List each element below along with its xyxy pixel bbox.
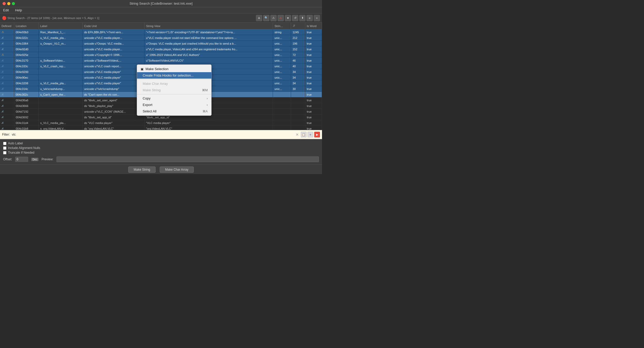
cell-location: 004c31b8: [14, 126, 39, 130]
context-menu-item-6[interactable]: Select All⌘A: [137, 108, 211, 114]
cell-location: 004c3364: [14, 41, 39, 46]
table-row[interactable]: ⚠004e93b3Rsrc_Manifest_1_...ds EFh,BBh,B…: [0, 29, 322, 35]
filter-icon-1[interactable]: 📋: [301, 132, 307, 137]
table-row[interactable]: 𝐴004c3364u_Ooops:_VLC_m...unicode u"Ooop…: [0, 41, 322, 46]
maximize-button[interactable]: [12, 2, 15, 5]
cell-strin: unic...: [273, 63, 291, 69]
col-label[interactable]: Label: [39, 23, 83, 29]
col-codeunit[interactable]: Code Unit: [83, 23, 144, 29]
truncate-text: Truncate If Needed: [8, 151, 34, 154]
cell-codeunit: ds EFh,BBh,BFh,"<?xml vers...: [83, 29, 144, 35]
minimize-button[interactable]: [7, 2, 10, 5]
cell-stringview: u"VLC media player, VideoLAN and x264 ar…: [144, 46, 273, 52]
cell-defined: 𝐴: [0, 35, 14, 40]
alignment-nulls-row[interactable]: Include Alignment Nulls: [3, 146, 319, 150]
truncate-checkbox[interactable]: [3, 151, 6, 154]
cell-defined: 𝐴: [0, 126, 14, 130]
menu-help[interactable]: Help: [14, 8, 23, 13]
cell-isword: true: [305, 52, 322, 57]
ctx-divider: [137, 79, 211, 80]
toolbar-info: String Search - 27 items (of 1099) - [vl…: [7, 16, 255, 20]
cell-isword: true: [305, 109, 322, 114]
cell-codeunit: ds "org.VideoLAN.VLC": [83, 126, 144, 130]
context-menu-item-5[interactable]: Export›: [137, 102, 211, 108]
cell-codeunit: unicode u"VLC media player...: [83, 35, 144, 40]
cell-defined: 𝐴: [0, 46, 14, 52]
cell-label: u_Ooops:_VLC_m...: [39, 41, 83, 46]
cell-label: [39, 97, 83, 103]
make-string-button[interactable]: Make String: [128, 167, 156, 173]
preview-label: Preview:: [42, 158, 53, 161]
cell-len: [291, 120, 305, 126]
filter-clear-btn[interactable]: ✕: [296, 132, 299, 137]
ctx-divider: [137, 94, 211, 94]
cell-strin: [273, 109, 291, 114]
ctx-label-4: Copy: [143, 96, 207, 100]
col-location[interactable]: Location: [14, 23, 39, 29]
col-isword[interactable]: Is Word: [305, 23, 322, 29]
window-controls: [3, 2, 15, 5]
export-btn[interactable]: ⬆: [299, 15, 305, 21]
filter-icon-3[interactable]: ▶: [314, 132, 320, 137]
search-icon-btn[interactable]: A: [256, 15, 262, 21]
context-menu: ▣Make SelectionCreate Frida Hooks for se…: [137, 64, 212, 116]
cell-strin: unic...: [273, 75, 291, 80]
table-row[interactable]: 𝐴004e92d0unicode u"VLC media player...u"…: [0, 46, 322, 52]
cell-strin: [273, 97, 291, 103]
close-button[interactable]: [3, 2, 6, 5]
bottom-options: Auto Label Include Alignment Nulls Trunc…: [0, 139, 322, 164]
cell-location: 004c3208: [14, 80, 39, 86]
cell-label: [39, 114, 83, 120]
lookup-icon-btn[interactable]: 🔍: [263, 15, 269, 21]
ctx-label-6: Select All: [143, 109, 197, 113]
cell-label: s_org.VideoLAN.V...: [39, 126, 83, 130]
offset-input[interactable]: [15, 157, 28, 162]
truncate-row[interactable]: Truncate If Needed: [3, 151, 319, 154]
cell-len: 34: [291, 69, 305, 74]
cell-len: 40: [291, 63, 305, 69]
filter-input[interactable]: [12, 133, 294, 136]
alignment-nulls-checkbox[interactable]: [3, 146, 6, 150]
auto-label-checkbox[interactable]: [3, 142, 6, 145]
context-menu-item-1[interactable]: Create Frida Hooks for selection...: [137, 72, 211, 79]
filter-btn[interactable]: ▼: [285, 15, 291, 21]
list-btn[interactable]: ≡: [307, 15, 313, 21]
col-strin[interactable]: Strin...: [273, 23, 291, 29]
cell-label: [39, 52, 83, 57]
table-row[interactable]: 𝐴004c31b8s_org.VideoLAN.V...ds "org.Vide…: [0, 126, 322, 130]
cell-isword: true: [305, 126, 322, 130]
cell-len: 30: [291, 86, 305, 92]
cell-isword: true: [305, 41, 322, 46]
titlebar: String Search [CodeBrowser: test:/vlc.ex…: [0, 0, 322, 7]
cell-isword: true: [305, 35, 322, 40]
context-menu-item-4[interactable]: Copy›: [137, 95, 211, 102]
cell-stringview: u"VLC media player could not start.\nEit…: [144, 35, 273, 40]
cell-label: [39, 103, 83, 109]
table-row[interactable]: ⚠004e925eunicode u"Copyright © 1996...u"…: [0, 52, 322, 58]
cell-stringview: u"Ooops: VLC media player just crashed.\…: [144, 41, 273, 46]
warning-filter-btn[interactable]: ⚠: [270, 15, 277, 21]
table-row[interactable]: 𝐴004c31d4s_VLC_media_pla...ds "VLC media…: [0, 120, 322, 126]
close-panel-btn[interactable]: ×: [314, 15, 320, 21]
make-char-array-button[interactable]: Make Char Array: [160, 167, 194, 173]
cell-strin: unic...: [273, 58, 291, 63]
col-stringview[interactable]: String View: [144, 23, 273, 29]
refresh-btn[interactable]: ↺: [292, 15, 298, 21]
cell-isword: true: [305, 69, 322, 74]
cell-location: 004d3692: [14, 114, 39, 120]
cell-location: 004e925e: [14, 52, 39, 57]
table-row[interactable]: 𝐴004c322cu_VLC_media_pla...unicode u"VLC…: [0, 35, 322, 41]
cell-isword: true: [305, 97, 322, 103]
error-filter-btn[interactable]: ⚠: [278, 15, 284, 21]
cell-codeunit: unicode u"\\vlc\\crashdump": [83, 86, 144, 92]
menu-edit[interactable]: Edit: [2, 8, 10, 13]
auto-label-row[interactable]: Auto Label: [3, 142, 319, 145]
context-menu-item-0[interactable]: ▣Make Selection: [137, 66, 211, 72]
ctx-label-5: Export: [143, 103, 207, 107]
ctx-label-2: Make Char Array: [143, 82, 208, 86]
table-row[interactable]: 𝐴004c3170u_Software\Video...unicode u"So…: [0, 58, 322, 63]
filter-icon-2[interactable]: ≡: [308, 132, 313, 137]
col-defined[interactable]: Defined: [0, 23, 14, 29]
cell-label: u_Software\Video...: [39, 58, 83, 63]
col-len[interactable]: .𝔽: [291, 23, 305, 29]
